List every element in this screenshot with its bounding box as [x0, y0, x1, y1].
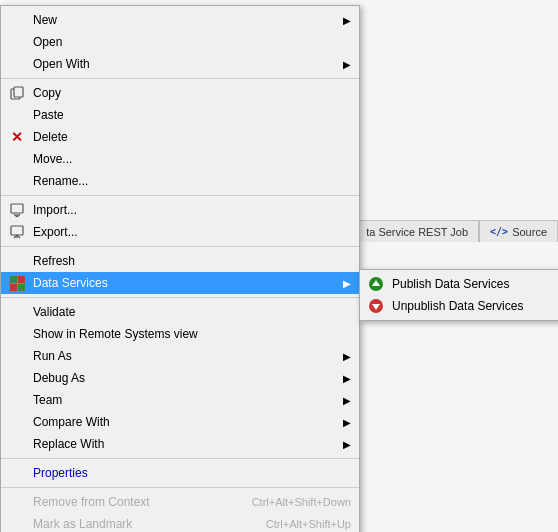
run-as-arrow-icon: ▶	[343, 351, 351, 362]
menu-item-open-label: Open	[33, 35, 351, 49]
copy-icon	[5, 86, 29, 100]
menu-item-refresh-label: Refresh	[33, 254, 351, 268]
tab-source-label: Source	[512, 226, 547, 238]
menu-item-properties-label: Properties	[33, 466, 351, 480]
remove-from-context-shortcut: Ctrl+Alt+Shift+Down	[222, 496, 351, 508]
menu-item-compare-with[interactable]: Compare With ▶	[1, 411, 359, 433]
submenu-item-unpublish[interactable]: Unpublish Data Services	[360, 295, 558, 317]
menu-item-team-label: Team	[33, 393, 351, 407]
compare-with-arrow-icon: ▶	[343, 417, 351, 428]
menu-item-export[interactable]: Export...	[1, 221, 359, 243]
menu-item-mark-as-landmark-label: Mark as Landmark	[33, 517, 236, 531]
menu-item-refresh[interactable]: Refresh	[1, 250, 359, 272]
menu-item-validate[interactable]: Validate	[1, 301, 359, 323]
menu-item-data-services-label: Data Services	[33, 276, 351, 290]
menu-item-remove-from-context-label: Remove from Context	[33, 495, 222, 509]
svg-rect-2	[11, 204, 23, 213]
new-arrow-icon: ▶	[343, 15, 351, 26]
menu-item-delete-label: Delete	[33, 130, 351, 144]
tab-source[interactable]: </> Source	[479, 220, 558, 242]
menu-item-data-services[interactable]: Data Services ▶ Publish Data Services	[1, 272, 359, 294]
menu-item-show-remote[interactable]: Show in Remote Systems view	[1, 323, 359, 345]
menu-item-import[interactable]: Import...	[1, 199, 359, 221]
menu-item-debug-as[interactable]: Debug As ▶	[1, 367, 359, 389]
menu-item-remove-from-context[interactable]: Remove from Context Ctrl+Alt+Shift+Down	[1, 491, 359, 513]
menu-item-move-label: Move...	[33, 152, 351, 166]
submenu-item-publish-label: Publish Data Services	[392, 277, 558, 291]
export-icon	[5, 225, 29, 239]
debug-as-arrow-icon: ▶	[343, 373, 351, 384]
menu-item-import-label: Import...	[33, 203, 351, 217]
menu-item-open-with[interactable]: Open With ▶	[1, 53, 359, 75]
separator-2	[1, 195, 359, 196]
import-icon	[5, 203, 29, 217]
menu-item-rename[interactable]: Rename...	[1, 170, 359, 192]
context-menu: New ▶ Open Open With ▶ Copy Paste ✕ Dele…	[0, 5, 360, 532]
menu-item-export-label: Export...	[33, 225, 351, 239]
menu-item-run-as-label: Run As	[33, 349, 351, 363]
menu-item-debug-as-label: Debug As	[33, 371, 351, 385]
data-services-arrow-icon: ▶	[343, 278, 351, 289]
data-services-submenu: Publish Data Services Unpublish Data Ser…	[359, 269, 558, 321]
menu-item-paste[interactable]: Paste	[1, 104, 359, 126]
publish-icon	[364, 276, 388, 292]
replace-with-arrow-icon: ▶	[343, 439, 351, 450]
svg-rect-4	[11, 226, 23, 235]
menu-item-team[interactable]: Team ▶	[1, 389, 359, 411]
menu-item-rename-label: Rename...	[33, 174, 351, 188]
submenu-item-unpublish-label: Unpublish Data Services	[392, 299, 558, 313]
menu-item-new-label: New	[33, 13, 351, 27]
menu-item-replace-with-label: Replace With	[33, 437, 351, 451]
team-arrow-icon: ▶	[343, 395, 351, 406]
menu-item-copy-label: Copy	[33, 86, 351, 100]
tab-bar: ta Service REST Job </> Source	[351, 220, 558, 242]
separator-5	[1, 458, 359, 459]
menu-item-run-as[interactable]: Run As ▶	[1, 345, 359, 367]
source-tab-icon: </>	[490, 226, 508, 237]
tab-rest-job[interactable]: ta Service REST Job	[351, 220, 479, 242]
separator-4	[1, 297, 359, 298]
menu-item-replace-with[interactable]: Replace With ▶	[1, 433, 359, 455]
data-services-icon	[5, 276, 29, 291]
menu-item-delete[interactable]: ✕ Delete	[1, 126, 359, 148]
separator-1	[1, 78, 359, 79]
menu-item-mark-as-landmark[interactable]: Mark as Landmark Ctrl+Alt+Shift+Up	[1, 513, 359, 532]
menu-item-validate-label: Validate	[33, 305, 351, 319]
menu-item-copy[interactable]: Copy	[1, 82, 359, 104]
menu-item-paste-label: Paste	[33, 108, 351, 122]
menu-item-new[interactable]: New ▶	[1, 9, 359, 31]
svg-rect-1	[14, 87, 23, 97]
separator-6	[1, 487, 359, 488]
tab-rest-job-label: ta Service REST Job	[366, 226, 468, 238]
menu-item-properties[interactable]: Properties	[1, 462, 359, 484]
menu-item-compare-with-label: Compare With	[33, 415, 351, 429]
delete-icon: ✕	[5, 130, 29, 144]
unpublish-icon	[364, 298, 388, 314]
submenu-item-publish[interactable]: Publish Data Services	[360, 273, 558, 295]
menu-item-move[interactable]: Move...	[1, 148, 359, 170]
open-with-arrow-icon: ▶	[343, 59, 351, 70]
menu-item-open-with-label: Open With	[33, 57, 351, 71]
mark-as-landmark-shortcut: Ctrl+Alt+Shift+Up	[236, 518, 351, 530]
menu-item-open[interactable]: Open	[1, 31, 359, 53]
separator-3	[1, 246, 359, 247]
menu-item-show-remote-label: Show in Remote Systems view	[33, 327, 351, 341]
